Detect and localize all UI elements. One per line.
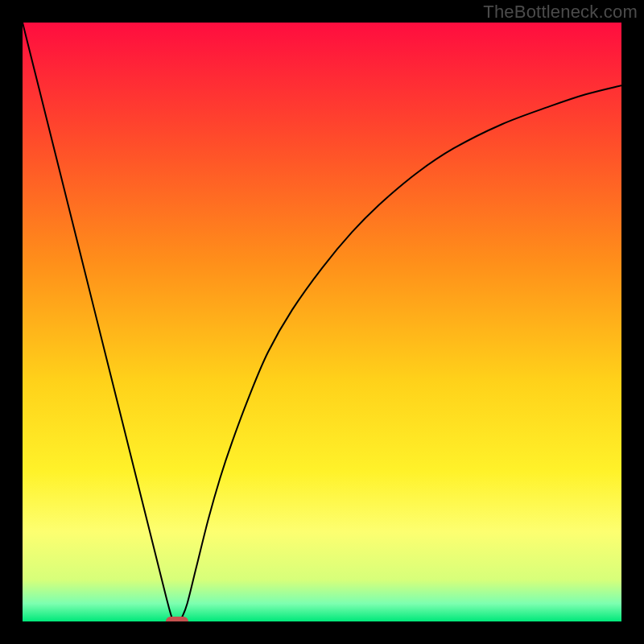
chart-frame: TheBottleneck.com xyxy=(0,0,644,644)
optimal-point-marker xyxy=(166,617,188,621)
watermark-text: TheBottleneck.com xyxy=(483,2,638,23)
chart-plot-area xyxy=(23,23,621,621)
chart-svg xyxy=(23,23,621,621)
